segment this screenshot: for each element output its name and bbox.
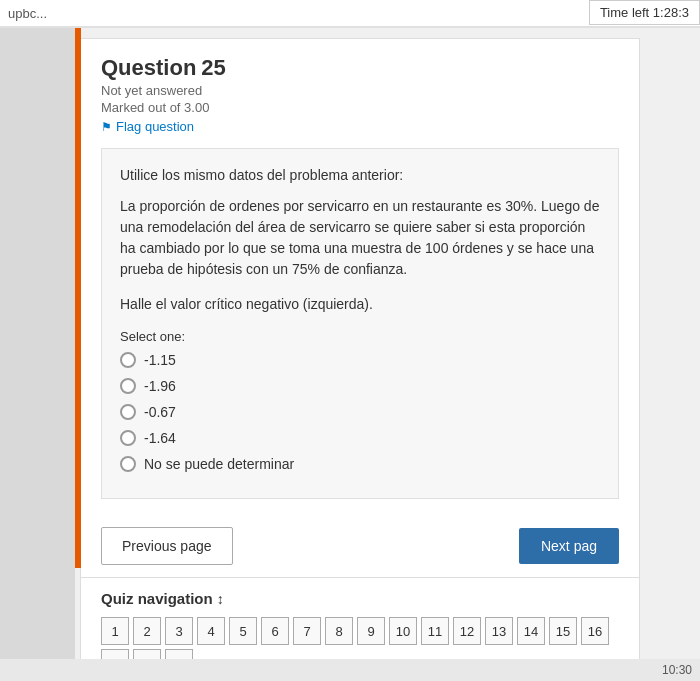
body-text-content: La proporción de ordenes por servicarro … [120, 198, 599, 277]
radio-4[interactable] [120, 430, 136, 446]
quiz-nav-title: Quiz navigation ↕ [101, 590, 619, 607]
option-label-3: -0.67 [144, 404, 176, 420]
option-label-4: -1.64 [144, 430, 176, 446]
question-marked-out: Marked out of 3.00 [101, 100, 619, 115]
question-body: Utilice los mismo datos del problema ant… [101, 148, 619, 499]
question-number: Question 25 [101, 55, 619, 81]
radio-1[interactable] [120, 352, 136, 368]
top-bar-title: upbc... [8, 6, 47, 21]
radio-2[interactable] [120, 378, 136, 394]
radio-5[interactable] [120, 456, 136, 472]
option-label-2: -1.96 [144, 378, 176, 394]
option-item-1[interactable]: -1.15 [120, 352, 600, 368]
nav-cell-5[interactable]: 5 [229, 617, 257, 645]
flag-label: Flag question [116, 119, 194, 134]
nav-cell-2[interactable]: 2 [133, 617, 161, 645]
left-sidebar [0, 0, 75, 681]
question-body-text: La proporción de ordenes por servicarro … [120, 196, 600, 280]
nav-cell-11[interactable]: 11 [421, 617, 449, 645]
radio-3[interactable] [120, 404, 136, 420]
prev-page-button[interactable]: Previous page [101, 527, 233, 565]
question-num: 25 [201, 55, 225, 80]
next-page-button[interactable]: Next pag [519, 528, 619, 564]
options-list: -1.15 -1.96 -0.67 -1.64 No se puede dete… [120, 352, 600, 472]
flag-icon: ⚑ [101, 120, 112, 134]
time-left-label: Time left 1:28:3 [600, 5, 689, 20]
nav-cell-4[interactable]: 4 [197, 617, 225, 645]
question-instruction: Halle el valor crítico negativo (izquier… [120, 294, 600, 315]
top-bar: upbc... Time left 1:28:3 [0, 0, 700, 28]
bottom-bar: 10:30 [0, 659, 700, 681]
question-status: Not yet answered [101, 83, 619, 98]
nav-cell-1[interactable]: 1 [101, 617, 129, 645]
nav-cell-7[interactable]: 7 [293, 617, 321, 645]
bottom-time: 10:30 [662, 663, 692, 677]
nav-cell-6[interactable]: 6 [261, 617, 289, 645]
nav-cell-3[interactable]: 3 [165, 617, 193, 645]
option-item-5[interactable]: No se puede determinar [120, 456, 600, 472]
option-item-3[interactable]: -0.67 [120, 404, 600, 420]
nav-cell-13[interactable]: 13 [485, 617, 513, 645]
quiz-nav-label: Quiz navigation [101, 590, 213, 607]
flag-question-button[interactable]: ⚑ Flag question [101, 119, 619, 134]
nav-cell-8[interactable]: 8 [325, 617, 353, 645]
select-one-label: Select one: [120, 329, 600, 344]
time-left-box: Time left 1:28:3 [589, 0, 700, 25]
navigation-row: Previous page Next pag [101, 515, 619, 577]
option-label-1: -1.15 [144, 352, 176, 368]
nav-cell-15[interactable]: 15 [549, 617, 577, 645]
nav-cell-10[interactable]: 10 [389, 617, 417, 645]
question-label: Question [101, 55, 196, 80]
orange-bar [75, 28, 81, 568]
nav-cell-9[interactable]: 9 [357, 617, 385, 645]
main-content: Question 25 Not yet answered Marked out … [80, 38, 640, 578]
question-header: Question 25 Not yet answered Marked out … [101, 55, 619, 134]
question-context: Utilice los mismo datos del problema ant… [120, 165, 600, 186]
option-label-5: No se puede determinar [144, 456, 294, 472]
nav-cell-16[interactable]: 16 [581, 617, 609, 645]
nav-cell-14[interactable]: 14 [517, 617, 545, 645]
option-item-4[interactable]: -1.64 [120, 430, 600, 446]
option-item-2[interactable]: -1.96 [120, 378, 600, 394]
nav-cell-12[interactable]: 12 [453, 617, 481, 645]
quiz-nav-icon: ↕ [217, 591, 224, 607]
